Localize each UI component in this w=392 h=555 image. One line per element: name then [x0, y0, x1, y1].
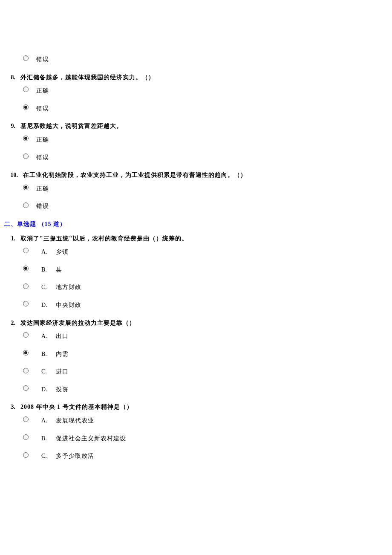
option-label: 投资	[56, 385, 69, 394]
radio-button[interactable]	[23, 416, 29, 422]
question-number: 2.	[4, 319, 15, 327]
question-number: 10.	[4, 171, 18, 179]
radio-button[interactable]	[23, 283, 29, 289]
radio-button[interactable]	[23, 104, 29, 110]
question-number: 3.	[4, 403, 15, 411]
question-header: 9.基尼系数越大，说明贫富差距越大。	[4, 122, 388, 130]
question-text: 发达国家经济发展的拉动力主要是靠（）	[20, 319, 135, 327]
option-label: 中央财政	[56, 301, 81, 309]
option-label: 地方财政	[56, 283, 81, 292]
question-text: 基尼系数越大，说明贫富差距越大。	[20, 122, 123, 130]
radio-button[interactable]	[23, 301, 29, 306]
tf-option: 错误	[23, 202, 388, 211]
question-header: 10.在工业化初始阶段，农业支持工业，为工业提供积累是带有普遍性的趋向。（）	[4, 171, 388, 179]
tf-option: 正确	[23, 185, 388, 193]
radio-icon	[23, 368, 29, 373]
question-number: 8.	[4, 73, 15, 82]
radio-icon	[23, 248, 29, 253]
radio-icon	[23, 55, 29, 61]
tf-option: 错误	[23, 104, 388, 113]
question-header: 2.发达国家经济发展的拉动力主要是靠（）	[4, 319, 388, 327]
question-text: 2008 年中央 1 号文件的基本精神是（）	[20, 403, 133, 411]
mc-option: C.多予少取放活	[23, 452, 388, 460]
option-label: 乡镇	[56, 248, 69, 256]
question-header: 1.取消了"三提五统"以后，农村的教育经费是由（）统筹的。	[4, 234, 388, 243]
mc-option-content: C.多予少取放活	[41, 452, 94, 460]
radio-button[interactable]	[23, 385, 29, 391]
option-letter: D.	[41, 301, 50, 309]
radio-icon	[23, 202, 29, 208]
mc-option: A.乡镇	[23, 248, 388, 256]
option-label: 错误	[36, 55, 49, 64]
radio-icon	[23, 87, 29, 92]
option-letter: A.	[41, 248, 50, 256]
radio-icon	[23, 104, 29, 110]
option-label: 正确	[36, 136, 49, 144]
option-letter: B.	[41, 350, 50, 358]
tf-question: 9.基尼系数越大，说明贫富差距越大。正确错误	[4, 122, 388, 162]
mc-option-content: B.县	[41, 266, 62, 274]
tf-option: 正确	[23, 136, 388, 144]
option-label: 出口	[56, 332, 69, 341]
option-label: 正确	[36, 185, 49, 193]
option-label: 内需	[56, 350, 69, 358]
option-letter: B.	[41, 434, 50, 443]
option-letter: A.	[41, 416, 50, 425]
mc-option: B.内需	[23, 350, 388, 358]
option-letter: B.	[41, 266, 50, 274]
option-label: 正确	[36, 87, 49, 95]
mc-option: A.发展现代农业	[23, 416, 388, 425]
option-letter: A.	[41, 332, 50, 341]
option-letter: D.	[41, 385, 50, 394]
mc-option-content: B.促进社会主义新农村建设	[41, 434, 126, 443]
radio-icon	[23, 266, 29, 271]
option-letter: C.	[41, 367, 50, 376]
radio-button[interactable]	[23, 434, 29, 440]
mc-option-content: C.进口	[41, 367, 69, 376]
option-label: 多予少取放活	[56, 452, 94, 460]
mc-option-content: C.地方财政	[41, 283, 81, 292]
mc-option: C.进口	[23, 367, 388, 376]
radio-icon	[23, 153, 29, 159]
mc-question: 2.发达国家经济发展的拉动力主要是靠（）A.出口B.内需C.进口D.投资	[4, 319, 388, 394]
question-text: 在工业化初始阶段，农业支持工业，为工业提供积累是带有普遍性的趋向。（）	[23, 171, 247, 179]
radio-button[interactable]	[23, 87, 29, 92]
option-label: 错误	[36, 202, 49, 211]
question-text: 取消了"三提五统"以后，农村的教育经费是由（）统筹的。	[20, 234, 188, 243]
mc-option: B.县	[23, 266, 388, 274]
radio-button[interactable]	[23, 368, 29, 373]
radio-icon	[23, 185, 29, 190]
question-text: 外汇储备越多，越能体现我国的经济实力。（）	[20, 73, 155, 82]
radio-icon	[23, 332, 29, 338]
radio-icon	[23, 283, 29, 289]
radio-button[interactable]	[23, 185, 29, 190]
radio-icon	[23, 434, 29, 440]
mc-question: 1.取消了"三提五统"以后，农村的教育经费是由（）统筹的。A.乡镇B.县C.地方…	[4, 234, 388, 309]
radio-button[interactable]	[23, 266, 29, 271]
mc-option-content: A.发展现代农业	[41, 416, 94, 425]
radio-button[interactable]	[23, 332, 29, 338]
radio-button[interactable]	[23, 55, 29, 61]
mc-option: A.出口	[23, 332, 388, 341]
question-header: 3.2008 年中央 1 号文件的基本精神是（）	[4, 403, 388, 411]
radio-button[interactable]	[23, 202, 29, 208]
tf-question: 8.外汇储备越多，越能体现我国的经济实力。（）正确错误	[4, 73, 388, 113]
option-label: 进口	[56, 367, 69, 376]
radio-button[interactable]	[23, 350, 29, 356]
mc-option-content: D.投资	[41, 385, 69, 394]
radio-button[interactable]	[23, 452, 29, 458]
section-title: 二、单选题 （15 道）	[4, 220, 388, 228]
mc-option: B.促进社会主义新农村建设	[23, 434, 388, 443]
option-letter: C.	[41, 452, 50, 460]
radio-icon	[23, 301, 29, 306]
radio-button[interactable]	[23, 136, 29, 141]
radio-button[interactable]	[23, 248, 29, 253]
option-label: 发展现代农业	[56, 416, 94, 425]
question-header: 8.外汇储备越多，越能体现我国的经济实力。（）	[4, 73, 388, 82]
mc-question: 3.2008 年中央 1 号文件的基本精神是（）A.发展现代农业B.促进社会主义…	[4, 403, 388, 460]
tf-option: 错误	[23, 55, 388, 64]
radio-icon	[23, 416, 29, 422]
radio-icon	[23, 452, 29, 458]
mc-option: D.投资	[23, 385, 388, 394]
radio-button[interactable]	[23, 153, 29, 159]
